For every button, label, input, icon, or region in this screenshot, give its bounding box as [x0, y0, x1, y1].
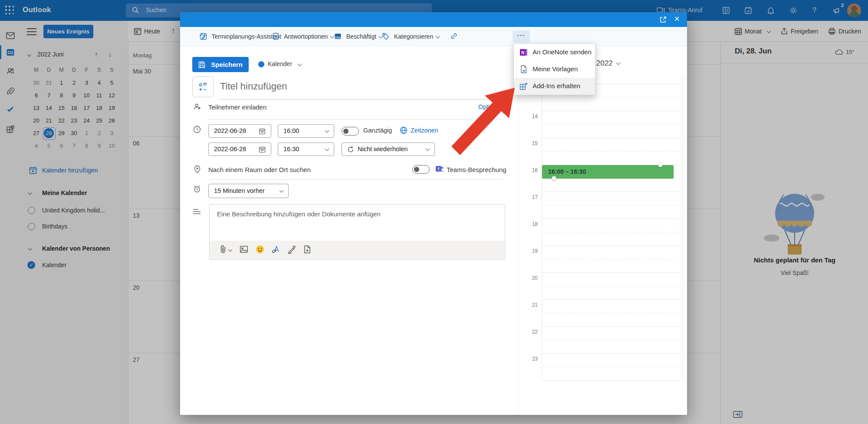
event-resize-handle-top[interactable]: [658, 162, 663, 167]
save-icon: [198, 61, 205, 68]
scrollbar[interactable]: [680, 73, 686, 381]
repeat-select[interactable]: Nicht wiederholen: [342, 142, 435, 156]
date-picker-icon[interactable]: [259, 128, 266, 135]
timezones-link[interactable]: Zeitzonen: [411, 127, 438, 134]
repeat-icon: [347, 146, 354, 153]
chevron-down-icon: [325, 129, 329, 133]
menu-item-send-to-onenote[interactable]: N An OneNote senden: [514, 44, 595, 61]
hour-label: 21: [519, 302, 538, 308]
teams-meeting-toggle[interactable]: [412, 165, 430, 174]
start-date-input[interactable]: 2022-06-28: [208, 124, 271, 138]
calendar-color-dot: [258, 61, 264, 67]
busy-status-icon: [334, 33, 342, 40]
hour-label: 20: [519, 275, 538, 281]
save-button[interactable]: Speichern: [192, 57, 249, 72]
hour-line: [542, 138, 679, 138]
draw-pen-icon[interactable]: [287, 245, 296, 254]
hour-line: [542, 353, 679, 354]
teams-meeting-label: Teams-Besprechung: [447, 166, 506, 173]
hour-label: 17: [519, 194, 538, 200]
editor-toolbar: [210, 241, 504, 259]
popout-icon[interactable]: [659, 16, 667, 23]
busy-status-button[interactable]: Beschäftigt: [334, 30, 382, 43]
hour-line: [542, 111, 679, 111]
template-icon: [519, 65, 528, 73]
half-hour-line: [542, 151, 679, 152]
end-time-select[interactable]: 16:30: [278, 142, 334, 156]
half-hour-line: [542, 205, 679, 205]
calendar-picker[interactable]: Kalender: [268, 60, 292, 67]
more-options-button[interactable]: ···: [513, 30, 530, 43]
link-icon: [450, 32, 458, 40]
categorize-icon: [382, 33, 389, 40]
all-day-toggle[interactable]: [342, 127, 359, 136]
hour-label: 14: [519, 113, 538, 119]
scheduling-assistant-icon: [200, 33, 207, 40]
end-date-input[interactable]: 2022-06-28: [208, 142, 271, 156]
response-options-button[interactable]: Antwortoptionen: [272, 30, 334, 43]
title-input[interactable]: Titel hinzufügen: [220, 81, 287, 92]
calendar-event-block[interactable]: 16:00 – 16:30: [542, 165, 674, 179]
chevron-down-icon: [325, 147, 329, 151]
hour-line: [542, 299, 679, 300]
description-editor[interactable]: Eine Beschreibung hinzufügen oder Dokume…: [209, 204, 505, 260]
charm-picker-icon: [198, 83, 207, 92]
charm-picker-button[interactable]: [192, 76, 214, 97]
teams-icon: T: [435, 165, 444, 173]
addins-icon: [519, 82, 528, 90]
half-hour-line: [542, 124, 679, 125]
half-hour-line: [542, 340, 679, 340]
menu-item-my-templates[interactable]: Meine Vorlagen: [514, 61, 595, 78]
chevron-down-icon: [298, 62, 302, 66]
hour-line: [542, 326, 679, 327]
hour-line: [542, 219, 679, 219]
timezones-globe-icon: [400, 126, 408, 134]
hour-line: [542, 272, 679, 273]
date-picker-icon[interactable]: [259, 146, 266, 153]
chevron-down-icon: [426, 147, 430, 151]
hour-label: 16: [519, 167, 538, 173]
menu-item-get-add-ins[interactable]: Add-Ins erhalten: [514, 78, 595, 95]
half-hour-line: [542, 286, 679, 286]
hour-line: [542, 380, 679, 381]
hour-label: 15: [519, 140, 538, 146]
event-resize-handle-bottom[interactable]: [552, 176, 556, 181]
half-hour-line: [542, 97, 679, 98]
divider: [208, 119, 503, 119]
start-time-select[interactable]: 16:00: [278, 124, 334, 138]
clear-formatting-icon[interactable]: [272, 245, 280, 254]
half-hour-line: [542, 367, 679, 367]
link-button[interactable]: [450, 30, 461, 43]
hour-line: [542, 192, 679, 192]
insert-document-icon[interactable]: [303, 245, 311, 254]
chevron-down-icon[interactable]: [228, 248, 233, 252]
half-hour-line: [542, 313, 679, 313]
event-compose-dialog: ✕ Terminplanungs-Assistent Antwortoption…: [180, 12, 687, 415]
dialog-title-bar: ✕: [180, 12, 687, 27]
divider: [208, 179, 503, 180]
all-day-label: Ganztägig: [363, 127, 392, 134]
onenote-icon: N: [519, 48, 528, 56]
attach-icon[interactable]: [220, 245, 227, 254]
svg-text:T: T: [437, 167, 440, 171]
location-input[interactable]: Nach einem Raum oder Ort suchen: [208, 166, 311, 173]
more-options-menu: N An OneNote senden Meine Vorlagen Add-I…: [513, 43, 595, 95]
hour-line: [542, 245, 679, 246]
reminder-alarm-icon: [193, 185, 201, 193]
chevron-down-icon: [436, 34, 440, 39]
insert-image-icon[interactable]: [240, 245, 248, 254]
location-pin-icon: [194, 165, 201, 173]
title-underline: [219, 99, 503, 99]
categorize-button[interactable]: Kategorisieren: [382, 30, 439, 43]
emoji-icon[interactable]: [256, 245, 264, 254]
attendees-input[interactable]: Teilnehmer einladen: [208, 103, 266, 111]
half-hour-line: [542, 232, 679, 232]
reminder-select[interactable]: 15 Minuten vorher: [208, 184, 289, 198]
svg-text:N: N: [521, 50, 524, 55]
chevron-down-icon: [616, 61, 621, 65]
time-gutter-line: [542, 84, 542, 380]
close-icon[interactable]: ✕: [674, 15, 680, 23]
scheduling-assistant-button[interactable]: Terminplanungs-Assistent: [200, 30, 281, 43]
optional-link[interactable]: Optional: [478, 103, 501, 110]
invite-attendees-icon: [193, 103, 201, 111]
